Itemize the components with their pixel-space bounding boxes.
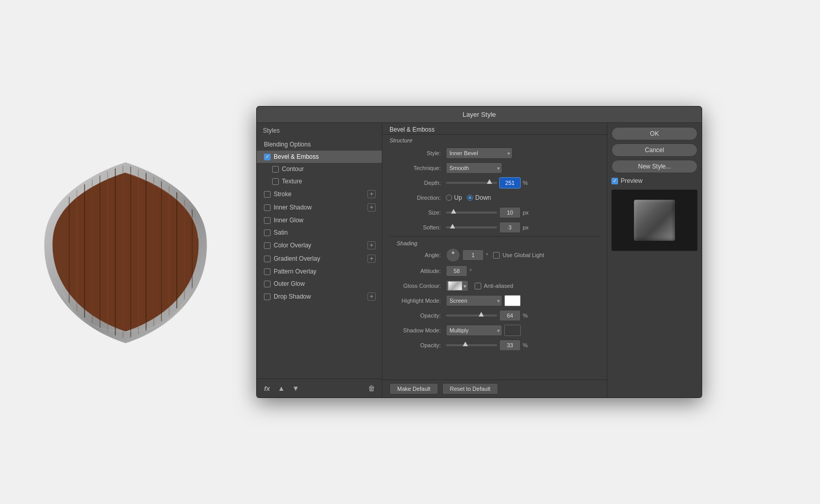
color-overlay-checkbox[interactable] bbox=[264, 242, 271, 249]
fx-button[interactable]: fx bbox=[262, 383, 272, 393]
inner-shadow-checkbox[interactable] bbox=[264, 204, 271, 211]
shield-image bbox=[38, 155, 213, 349]
soften-slider[interactable] bbox=[446, 226, 497, 228]
sidebar-item-inner-glow[interactable]: Inner Glow bbox=[257, 214, 382, 226]
direction-down-option[interactable]: Down bbox=[467, 194, 491, 201]
use-global-light-checkbox-row[interactable]: Use Global Light bbox=[493, 252, 544, 259]
sidebar-item-contour[interactable]: Contour bbox=[257, 163, 382, 175]
shadow-color-swatch[interactable] bbox=[504, 325, 521, 336]
depth-input[interactable] bbox=[499, 177, 521, 188]
depth-slider[interactable] bbox=[446, 182, 497, 184]
depth-unit: % bbox=[523, 180, 528, 186]
pattern-overlay-checkbox[interactable] bbox=[264, 268, 271, 275]
structure-section-label: Structure bbox=[382, 135, 607, 145]
highlight-color-swatch[interactable] bbox=[504, 295, 521, 306]
gradient-overlay-checkbox[interactable] bbox=[264, 256, 271, 262]
sidebar-item-drop-shadow[interactable]: Drop Shadow + bbox=[257, 290, 382, 303]
satin-checkbox[interactable] bbox=[264, 229, 271, 236]
sidebar-item-bevel-emboss[interactable]: Bevel & Emboss bbox=[257, 151, 382, 163]
sidebar-item-inner-shadow[interactable]: Inner Shadow + bbox=[257, 201, 382, 214]
contour-dropdown-arrow: ▾ bbox=[464, 283, 466, 289]
color-overlay-label: Color Overlay bbox=[274, 242, 311, 249]
bevel-emboss-checkbox[interactable] bbox=[264, 154, 271, 160]
angle-input[interactable] bbox=[462, 249, 484, 261]
gloss-contour-select-wrapper: ▾ bbox=[446, 280, 468, 291]
angle-dial[interactable] bbox=[446, 248, 460, 262]
left-panel: Styles Blending Options Bevel & Emboss C… bbox=[257, 123, 382, 397]
technique-label: Technique: bbox=[389, 165, 446, 171]
dialog-title: Layer Style bbox=[257, 107, 702, 123]
anti-aliased-row[interactable]: Anti-aliased bbox=[475, 283, 513, 289]
shadow-opacity-input[interactable] bbox=[499, 340, 521, 351]
move-up-button[interactable]: ▲ bbox=[276, 383, 286, 393]
shadow-opacity-slider[interactable] bbox=[446, 344, 497, 346]
gloss-contour-control: ▾ Anti-aliased bbox=[446, 280, 600, 291]
highlight-opacity-slider-handle[interactable] bbox=[479, 312, 484, 317]
size-slider[interactable] bbox=[446, 212, 497, 214]
shadow-opacity-slider-handle[interactable] bbox=[463, 342, 468, 346]
reset-to-default-button[interactable]: Reset to Default bbox=[442, 383, 498, 394]
texture-checkbox[interactable] bbox=[272, 178, 279, 185]
cancel-button[interactable]: Cancel bbox=[611, 143, 698, 157]
stroke-checkbox[interactable] bbox=[264, 191, 271, 198]
new-style-button[interactable]: New Style... bbox=[611, 160, 698, 173]
highlight-opacity-input[interactable] bbox=[499, 310, 521, 321]
move-down-button[interactable]: ▼ bbox=[291, 383, 301, 393]
direction-up-option[interactable]: Up bbox=[446, 194, 462, 201]
contour-checkbox[interactable] bbox=[272, 166, 279, 173]
shadow-mode-select[interactable]: Multiply Normal Screen bbox=[446, 325, 502, 336]
depth-slider-handle[interactable] bbox=[487, 179, 492, 184]
style-select[interactable]: Inner Bevel Outer Bevel Emboss Pillow Em… bbox=[446, 148, 512, 159]
sidebar-item-stroke[interactable]: Stroke + bbox=[257, 187, 382, 201]
drop-shadow-plus-button[interactable]: + bbox=[367, 292, 376, 301]
inner-glow-label: Inner Glow bbox=[274, 217, 303, 224]
gradient-overlay-plus-button[interactable]: + bbox=[367, 255, 376, 263]
soften-slider-handle[interactable] bbox=[450, 224, 455, 228]
size-label: Size: bbox=[389, 209, 446, 216]
direction-down-radio[interactable] bbox=[467, 195, 473, 201]
preview-checkbox[interactable] bbox=[611, 178, 618, 184]
sidebar-item-gradient-overlay[interactable]: Gradient Overlay + bbox=[257, 252, 382, 265]
style-control: Inner Bevel Outer Bevel Emboss Pillow Em… bbox=[446, 148, 600, 159]
shadow-opacity-label: Opacity: bbox=[389, 342, 446, 348]
style-label: Style: bbox=[389, 150, 446, 156]
direction-up-radio[interactable] bbox=[446, 195, 452, 201]
depth-row: Depth: % bbox=[389, 177, 600, 189]
outer-glow-checkbox[interactable] bbox=[264, 281, 271, 287]
sidebar-item-texture[interactable]: Texture bbox=[257, 175, 382, 187]
stroke-plus-button[interactable]: + bbox=[367, 190, 376, 198]
sidebar-item-pattern-overlay[interactable]: Pattern Overlay bbox=[257, 265, 382, 278]
depth-control: % bbox=[446, 177, 600, 188]
shadow-opacity-row: Opacity: % bbox=[389, 339, 600, 351]
highlight-mode-select[interactable]: Screen Normal Multiply bbox=[446, 295, 502, 306]
stroke-label: Stroke bbox=[274, 191, 292, 198]
right-panel: OK Cancel New Style... Preview bbox=[607, 123, 702, 397]
ok-button[interactable]: OK bbox=[611, 127, 698, 140]
use-global-light-checkbox[interactable] bbox=[493, 252, 500, 259]
angle-control: ° Use Global Light bbox=[446, 248, 600, 262]
angle-row: Angle: ° Use Global Light bbox=[389, 248, 600, 262]
size-input[interactable] bbox=[499, 207, 521, 218]
technique-select-wrapper: Smooth Chisel Hard Chisel Soft bbox=[446, 162, 502, 174]
delete-button[interactable]: 🗑 bbox=[366, 383, 377, 393]
gloss-contour-picker[interactable]: ▾ bbox=[446, 280, 468, 291]
sidebar-item-satin[interactable]: Satin bbox=[257, 226, 382, 239]
preview-label-row: Preview bbox=[611, 177, 698, 184]
soften-input[interactable] bbox=[499, 222, 521, 233]
drop-shadow-checkbox[interactable] bbox=[264, 293, 271, 300]
size-slider-handle[interactable] bbox=[451, 209, 456, 214]
color-overlay-plus-button[interactable]: + bbox=[367, 241, 376, 249]
sidebar-item-color-overlay[interactable]: Color Overlay + bbox=[257, 239, 382, 252]
altitude-control: ° bbox=[446, 265, 600, 277]
make-default-button[interactable]: Make Default bbox=[389, 383, 438, 394]
inner-shadow-plus-button[interactable]: + bbox=[367, 203, 376, 212]
highlight-mode-label: Highlight Mode: bbox=[389, 298, 446, 304]
altitude-input[interactable] bbox=[446, 265, 467, 277]
inner-glow-checkbox[interactable] bbox=[264, 217, 271, 224]
anti-aliased-checkbox[interactable] bbox=[475, 283, 481, 289]
sidebar-item-outer-glow[interactable]: Outer Glow bbox=[257, 278, 382, 290]
preview-label: Preview bbox=[621, 177, 643, 184]
technique-select[interactable]: Smooth Chisel Hard Chisel Soft bbox=[446, 162, 502, 174]
sidebar-item-blending-options[interactable]: Blending Options bbox=[257, 138, 382, 151]
highlight-opacity-slider[interactable] bbox=[446, 314, 497, 317]
